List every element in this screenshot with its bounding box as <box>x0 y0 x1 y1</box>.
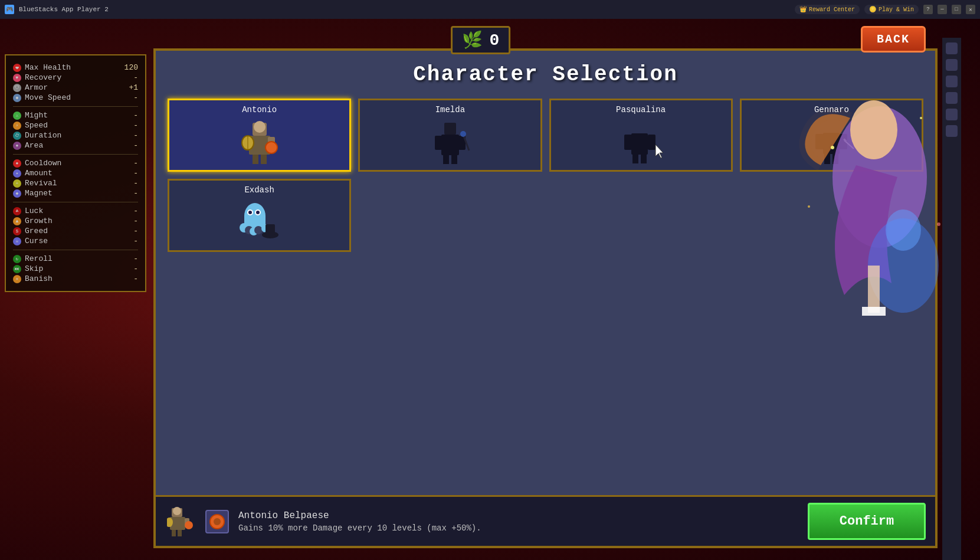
stat-growth: ▲ Growth - <box>13 216 138 226</box>
stat-speed: ⚡ Speed - <box>13 120 138 130</box>
play-win-badge[interactable]: 🪙 Play & Win <box>864 5 919 14</box>
growth-icon: ▲ <box>13 217 21 225</box>
revival-icon: + <box>13 179 21 188</box>
svg-point-65 <box>185 521 193 529</box>
stat-cooldown: ● Cooldown - <box>13 158 138 168</box>
svg-point-19 <box>266 142 277 153</box>
svg-rect-32 <box>648 135 655 150</box>
reward-center-badge[interactable]: 👑 Reward Center <box>795 5 860 14</box>
stat-duration: ⏱ Duration - <box>13 130 138 140</box>
svg-rect-30 <box>631 133 648 155</box>
info-text: Antonio Belpaese Gains 10% more Damage e… <box>238 510 481 533</box>
svg-point-11 <box>254 121 266 133</box>
selected-char-name: Antonio Belpaese <box>238 510 481 521</box>
gennaro-sprite <box>808 118 855 165</box>
svg-rect-62 <box>172 530 176 536</box>
svg-point-49 <box>254 226 263 234</box>
svg-rect-31 <box>624 135 632 150</box>
character-card-exdash[interactable]: Exdash <box>168 179 351 252</box>
character-card-pasqualina[interactable]: Pasqualina <box>549 99 733 172</box>
close-button[interactable]: ✕ <box>966 5 975 14</box>
stat-armor: 🛡 Armor +1 <box>13 83 138 93</box>
character-name-exdash: Exdash <box>244 185 274 195</box>
reroll-icon: ↻ <box>13 255 21 263</box>
amount-icon: ✦ <box>13 169 21 178</box>
svg-rect-38 <box>815 134 824 149</box>
stat-greed: $ Greed - <box>13 226 138 236</box>
sidebar-item-2[interactable] <box>946 59 958 71</box>
character-card-gennaro[interactable]: Gennaro <box>740 99 923 172</box>
svg-point-52 <box>248 211 252 214</box>
maximize-button[interactable]: □ <box>952 5 961 14</box>
character-grid: Antonio <box>156 99 935 495</box>
character-name-gennaro: Gennaro <box>814 105 849 114</box>
svg-rect-33 <box>632 155 638 163</box>
stat-might: ⚔ Might - <box>13 110 138 120</box>
recovery-icon: ♥ <box>13 74 21 82</box>
play-win-icon: 🪙 <box>869 6 876 13</box>
exdash-sprite <box>236 198 283 245</box>
info-bar: Antonio Belpaese Gains 10% more Damage e… <box>156 495 935 546</box>
character-name-antonio: Antonio <box>242 105 277 114</box>
stat-revival: + Revival - <box>13 178 138 188</box>
reward-icon: 👑 <box>799 6 807 13</box>
svg-rect-41 <box>832 154 838 164</box>
move-speed-icon: ◆ <box>13 94 21 102</box>
stat-magnet: ◆ Magnet - <box>13 188 138 198</box>
confirm-button[interactable]: Confirm <box>808 503 926 540</box>
right-sidebar <box>942 38 961 560</box>
svg-marker-35 <box>655 145 663 158</box>
max-health-icon: ❤ <box>13 64 21 72</box>
svg-point-58 <box>173 507 181 515</box>
svg-point-67 <box>214 518 221 525</box>
stat-luck: ☘ Luck - <box>13 206 138 216</box>
gold-counter: 🌿 0 <box>451 26 511 54</box>
sidebar-item-6[interactable] <box>946 125 958 137</box>
speed-icon: ⚡ <box>13 122 21 130</box>
character-card-antonio[interactable]: Antonio <box>168 99 351 172</box>
stat-max-health: ❤ Max Health 120 <box>13 63 138 73</box>
sidebar-item-5[interactable] <box>946 109 958 120</box>
titlebar: 🎮 BlueStacks App Player 2 👑 Reward Cente… <box>0 0 980 19</box>
selected-item-sprite <box>205 510 229 533</box>
app-title: BlueStacks App Player 2 <box>19 6 790 13</box>
svg-rect-63 <box>178 530 182 536</box>
svg-rect-15 <box>253 155 258 164</box>
cooldown-icon: ● <box>13 159 21 168</box>
app-icon: 🎮 <box>5 5 14 14</box>
svg-rect-20 <box>444 123 456 135</box>
minimize-button[interactable]: — <box>938 5 947 14</box>
curse-icon: ☠ <box>13 237 21 245</box>
selected-char-sprite <box>165 504 201 539</box>
stats-panel: ❤ Max Health 120 ♥ Recovery - 🛡 Armor +1… <box>5 54 146 292</box>
svg-point-28 <box>460 131 466 137</box>
greed-icon: $ <box>13 227 21 235</box>
gold-icon: 🌿 <box>462 30 483 50</box>
stat-skip: ⏭ Skip - <box>13 264 138 274</box>
info-sprites <box>165 504 229 539</box>
character-card-imelda[interactable]: Imelda <box>358 99 542 172</box>
imelda-sprite <box>427 118 474 165</box>
area-icon: ● <box>13 142 21 150</box>
svg-rect-25 <box>443 155 449 164</box>
pasqualina-sprite <box>617 118 664 165</box>
stat-move-speed: ◆ Move Speed - <box>13 93 138 103</box>
svg-rect-22 <box>441 135 459 155</box>
antonio-sprite <box>236 118 283 165</box>
sidebar-item-3[interactable] <box>946 76 958 87</box>
character-selection-dialog: Character Selection Antonio <box>153 48 938 548</box>
game-area: 🌿 0 BACK ❤ Max Health 120 ♥ Recovery - 🛡… <box>0 19 961 560</box>
character-name-pasqualina: Pasqualina <box>616 105 666 114</box>
stat-banish: ✕ Banish - <box>13 274 138 284</box>
help-button[interactable]: ? <box>923 5 933 14</box>
svg-rect-56 <box>266 224 275 235</box>
sidebar-item-4[interactable] <box>946 92 958 104</box>
magnet-icon: ◆ <box>13 189 21 198</box>
stat-amount: ✦ Amount - <box>13 168 138 178</box>
luck-icon: ☘ <box>13 207 21 215</box>
back-button[interactable]: BACK <box>861 26 926 53</box>
duration-icon: ⏱ <box>13 132 21 140</box>
gold-value: 0 <box>490 31 500 50</box>
sidebar-item-1[interactable] <box>946 42 958 54</box>
svg-rect-26 <box>451 155 457 164</box>
